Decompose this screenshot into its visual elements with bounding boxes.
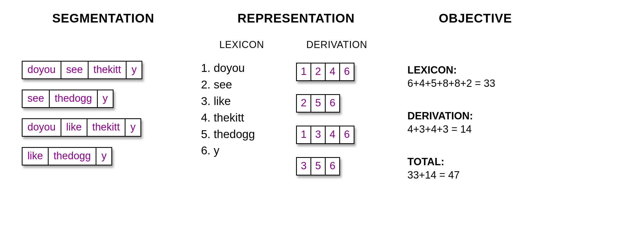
derivation-row: 1 3 4 6 (296, 126, 354, 144)
objective-column: OBJECTIVE LEXICON: 6+4+5+8+8+2 = 33 DERI… (407, 11, 543, 201)
segmentation-row: doyou see thekitt y (22, 61, 142, 79)
derivation-cell: 5 (311, 95, 326, 112)
derivation-subheading: DERIVATION (296, 39, 378, 50)
lexicon-index: 5. (201, 128, 211, 141)
lexicon-item: 5. thedogg (201, 126, 282, 143)
segmentation-cell: thekitt (87, 119, 125, 136)
derivation-cell: 6 (340, 63, 354, 80)
lexicon-column: LEXICON 1. doyou 2. see 3. like 4. theki… (201, 39, 282, 176)
derivation-cell: 6 (340, 126, 354, 143)
segmentation-row: doyou like thekitt y (22, 118, 141, 137)
representation-body: LEXICON 1. doyou 2. see 3. like 4. theki… (201, 39, 391, 176)
lexicon-subheading: LEXICON (201, 39, 282, 50)
segmentation-cell: y (127, 62, 142, 78)
objective-lexicon-calc: 6+4+5+8+8+2 = 33 (407, 77, 543, 90)
lexicon-word: like (214, 95, 231, 107)
objective-heading: OBJECTIVE (407, 11, 543, 26)
derivation-row: 3 5 6 (296, 157, 340, 176)
segmentation-cell: thedogg (50, 90, 98, 107)
derivation-cell: 6 (326, 158, 339, 175)
derivation-column: DERIVATION 1 2 4 6 2 5 6 1 3 (296, 39, 378, 176)
derivation-cell: 5 (311, 158, 326, 175)
segmentation-cell: see (23, 90, 50, 107)
segmentation-cell: thekitt (89, 62, 127, 78)
segmentation-cell: y (96, 148, 111, 165)
derivation-cell: 4 (326, 63, 340, 80)
lexicon-list: 1. doyou 2. see 3. like 4. thekitt 5. th… (201, 60, 282, 159)
derivation-cell: 4 (326, 126, 340, 143)
lexicon-index: 1. (201, 62, 211, 74)
objective-derivation-calc: 4+3+4+3 = 14 (407, 123, 543, 136)
lexicon-index: 6. (201, 144, 211, 157)
segmentation-heading: SEGMENTATION (22, 11, 185, 26)
segmentation-column: SEGMENTATION doyou see thekitt y see the… (22, 11, 185, 165)
objective-body: LEXICON: 6+4+5+8+8+2 = 33 DERIVATION: 4+… (407, 63, 543, 201)
segmentation-cell: see (61, 62, 89, 78)
objective-lexicon-block: LEXICON: 6+4+5+8+8+2 = 33 (407, 63, 543, 90)
derivation-cell: 2 (297, 95, 311, 112)
objective-lexicon-label: LEXICON: (407, 63, 543, 77)
segmentation-row: like thedogg y (22, 147, 112, 165)
objective-total-label: TOTAL: (407, 155, 543, 168)
lexicon-word: y (214, 144, 219, 157)
segmentation-cell: y (125, 119, 140, 136)
representation-heading: REPRESENTATION (201, 11, 391, 26)
lexicon-word: thekitt (214, 111, 244, 124)
lexicon-word: thedogg (214, 128, 255, 141)
segmentation-cell: y (98, 90, 113, 107)
segmentation-cell: like (61, 119, 87, 136)
segmentation-cell: doyou (23, 119, 61, 136)
lexicon-index: 4. (201, 111, 211, 124)
objective-total-calc: 33+14 = 47 (407, 168, 543, 182)
lexicon-index: 3. (201, 95, 211, 107)
derivation-row: 2 5 6 (296, 94, 340, 113)
segmentation-cell: doyou (23, 62, 61, 78)
derivation-cell: 2 (311, 63, 326, 80)
objective-total-block: TOTAL: 33+14 = 47 (407, 155, 543, 182)
objective-derivation-label: DERIVATION: (407, 109, 543, 123)
derivation-cell: 3 (311, 126, 326, 143)
lexicon-item: 2. see (201, 77, 282, 93)
derivation-rows: 1 2 4 6 2 5 6 1 3 4 6 (296, 63, 378, 176)
derivation-cell: 1 (297, 126, 311, 143)
segmentation-rows: doyou see thekitt y see thedogg y doyou … (22, 61, 185, 165)
lexicon-item: 6. y (201, 142, 282, 159)
lexicon-word: doyou (214, 62, 245, 74)
lexicon-item: 4. thekitt (201, 110, 282, 126)
representation-column: REPRESENTATION LEXICON 1. doyou 2. see 3… (201, 11, 391, 176)
segmentation-cell: thedogg (49, 148, 96, 165)
segmentation-row: see thedogg y (22, 90, 114, 108)
objective-derivation-block: DERIVATION: 4+3+4+3 = 14 (407, 109, 543, 136)
derivation-cell: 1 (297, 63, 311, 80)
lexicon-item: 1. doyou (201, 60, 282, 77)
lexicon-word: see (214, 78, 232, 91)
derivation-row: 1 2 4 6 (296, 63, 354, 81)
segmentation-cell: like (23, 148, 49, 165)
diagram-root: SEGMENTATION doyou see thekitt y see the… (0, 0, 644, 212)
derivation-cell: 3 (297, 158, 311, 175)
lexicon-item: 3. like (201, 93, 282, 110)
derivation-cell: 6 (326, 95, 339, 112)
lexicon-index: 2. (201, 78, 211, 91)
